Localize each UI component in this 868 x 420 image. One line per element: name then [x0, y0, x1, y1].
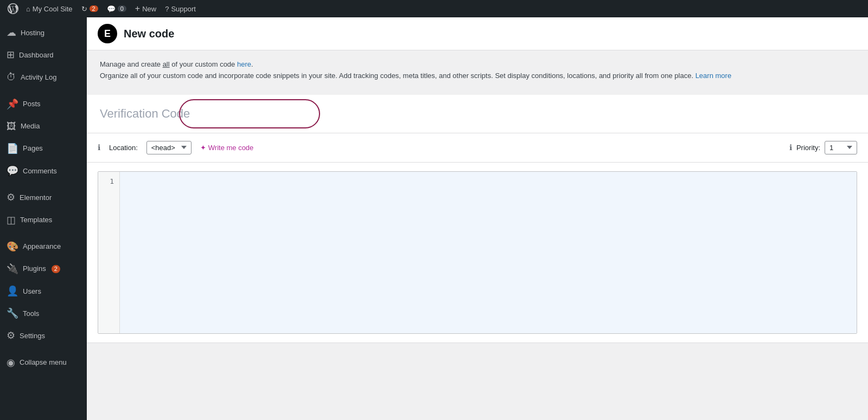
sidebar-item-media[interactable]: 🖼 Media [0, 115, 87, 138]
priority-select[interactable]: 1 2 3 5 10 [825, 141, 857, 154]
admin-bar-comments[interactable]: 💬 0 [103, 0, 131, 17]
hosting-icon: ☁ [7, 26, 16, 40]
write-me-code-link[interactable]: ✦ Write me code [200, 144, 254, 152]
sidebar-item-pages-label: Pages [23, 144, 43, 153]
support-icon: ? [165, 5, 169, 13]
site-name: My Cool Site [33, 5, 73, 13]
sidebar-item-appearance-label: Appearance [23, 242, 61, 251]
here-link[interactable]: here [237, 60, 251, 68]
location-label: Location: [109, 144, 138, 152]
sidebar-item-comments-label: Comments [23, 166, 57, 176]
location-info-icon[interactable]: ℹ [98, 143, 100, 152]
sidebar-item-dashboard[interactable]: ⊞ Dashboard [0, 44, 87, 66]
sidebar-item-templates[interactable]: ◫ Templates [0, 209, 87, 231]
media-icon: 🖼 [7, 120, 16, 133]
sidebar-item-users[interactable]: 👤 Users [0, 280, 87, 302]
sidebar-item-posts[interactable]: 📌 Posts [0, 93, 87, 115]
admin-bar: ⌂ My Cool Site ↻ 2 💬 0 + New ? Support [0, 0, 868, 17]
sidebar-item-hosting[interactable]: ☁ Hosting [0, 22, 87, 44]
sidebar-item-collapse-label: Collapse menu [20, 358, 67, 367]
pages-icon: 📄 [7, 142, 18, 156]
plus-icon: + [135, 4, 140, 14]
updates-icon: ↻ [81, 5, 87, 13]
users-icon: 👤 [7, 285, 18, 298]
sidebar-item-tools[interactable]: 🔧 Tools [0, 302, 87, 325]
sidebar-item-elementor-label: Elementor [20, 193, 52, 203]
content-area: E New code Manage and create all of your… [87, 17, 868, 420]
learn-more-link[interactable]: Learn more [695, 72, 731, 80]
sidebar-item-pages[interactable]: 📄 Pages [0, 138, 87, 160]
info-text: Manage and create all of your custom cod… [100, 59, 855, 82]
code-name-input[interactable] [98, 102, 857, 125]
sidebar-item-posts-label: Posts [23, 99, 41, 109]
location-select[interactable]: <head> <body> <footer> [146, 141, 192, 154]
sidebar: ☁ Hosting ⊞ Dashboard ⏱ Activity Log 📌 P… [0, 17, 87, 420]
wp-logo[interactable] [4, 0, 22, 17]
priority-label-text: Priority: [796, 144, 820, 152]
support-label: Support [171, 5, 196, 13]
sidebar-item-hosting-label: Hosting [21, 28, 44, 38]
sidebar-item-templates-label: Templates [20, 215, 52, 225]
admin-bar-new[interactable]: + New [131, 0, 161, 17]
site-icon: ⌂ [26, 5, 30, 13]
sidebar-item-tools-label: Tools [23, 309, 39, 319]
sidebar-item-appearance[interactable]: 🎨 Appearance [0, 236, 87, 258]
dashboard-icon: ⊞ [7, 48, 15, 62]
code-editor-wrapper: 1 [87, 163, 868, 343]
comments-badge: 0 [118, 5, 126, 12]
page-title: New code [124, 28, 174, 40]
new-label: New [142, 5, 156, 13]
admin-bar-site[interactable]: ⌂ My Cool Site [22, 0, 77, 17]
code-textarea[interactable] [120, 172, 857, 333]
sidebar-item-activity-log[interactable]: ⏱ Activity Log [0, 66, 87, 88]
sidebar-item-collapse[interactable]: ◉ Collapse menu [0, 352, 87, 374]
settings-icon: ⚙ [7, 329, 15, 343]
appearance-icon: 🎨 [7, 240, 18, 254]
code-name-section [87, 95, 868, 133]
elementor-icon: ⚙ [7, 191, 15, 204]
admin-bar-support[interactable]: ? Support [161, 0, 200, 17]
templates-icon: ◫ [7, 214, 16, 227]
updates-badge: 2 [90, 5, 98, 12]
comments-icon: 💬 [107, 5, 116, 13]
page-header: E New code [87, 17, 868, 50]
plugins-icon: 🔌 [7, 262, 18, 276]
line-number-1: 1 [104, 176, 114, 188]
sidebar-item-settings[interactable]: ⚙ Settings [0, 325, 87, 347]
priority-info-icon[interactable]: ℹ [789, 143, 792, 152]
write-me-code-icon: ✦ [200, 144, 206, 152]
write-me-code-label: Write me code [208, 144, 254, 152]
collapse-icon: ◉ [7, 356, 15, 370]
code-editor: 1 [98, 171, 857, 334]
posts-icon: 📌 [7, 98, 18, 111]
page-header-icon: E [98, 24, 117, 43]
line-numbers: 1 [98, 172, 120, 333]
sidebar-item-elementor[interactable]: ⚙ Elementor [0, 186, 87, 209]
sidebar-item-users-label: Users [23, 287, 41, 296]
sidebar-item-comments[interactable]: 💬 Comments [0, 160, 87, 182]
sidebar-item-media-label: Media [21, 121, 40, 131]
sidebar-item-activity-log-label: Activity Log [21, 73, 56, 82]
activity-log-icon: ⏱ [7, 70, 16, 84]
comments-side-icon: 💬 [7, 164, 18, 178]
admin-bar-updates[interactable]: ↻ 2 [77, 0, 103, 17]
main-layout: ☁ Hosting ⊞ Dashboard ⏱ Activity Log 📌 P… [0, 17, 868, 420]
sidebar-item-settings-label: Settings [20, 331, 45, 341]
sidebar-item-plugins-label: Plugins [23, 264, 46, 274]
settings-row: ℹ Location: <head> <body> <footer> ✦ Wri… [87, 133, 868, 163]
header-icon-letter: E [104, 28, 111, 40]
sidebar-item-dashboard-label: Dashboard [19, 50, 54, 60]
plugins-badge: 2 [52, 265, 60, 273]
tools-icon: 🔧 [7, 307, 18, 320]
priority-section: ℹ Priority: 1 2 3 5 10 [789, 141, 857, 154]
sidebar-item-plugins[interactable]: 🔌 Plugins 2 [0, 258, 87, 280]
